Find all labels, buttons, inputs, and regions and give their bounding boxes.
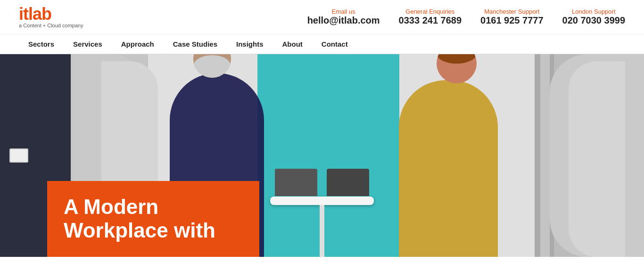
nav-item-case-studies[interactable]: Case Studies [164, 34, 227, 54]
table-leg [320, 205, 324, 257]
hero-headline-line2: Workplace with [64, 219, 215, 242]
hero-text-box: A Modern Workplace with [47, 181, 259, 257]
logo-tagline: a Content + Cloud company [19, 23, 83, 28]
wall-outlet [9, 148, 28, 163]
nav-item-approach[interactable]: Approach [112, 34, 164, 54]
general-enquiries-label: General Enquiries [405, 8, 454, 15]
nav-item-sectors[interactable]: Sectors [19, 34, 64, 54]
hero-headline-line1: A Modern [64, 195, 158, 218]
email-value: hello@itlab.com [307, 15, 380, 26]
logo-text: itlab [19, 6, 83, 23]
site-header: itlab a Content + Cloud company Email us… [0, 0, 644, 34]
nav-item-services[interactable]: Services [64, 34, 112, 54]
nav-item-insights[interactable]: Insights [227, 34, 273, 54]
hero-section: A Modern Workplace with [0, 54, 644, 257]
logo[interactable]: itlab a Content + Cloud company [19, 6, 83, 28]
manchester-support-label: Manchester Support [484, 8, 539, 15]
person-left-head [193, 54, 231, 78]
contact-area: Email us hello@itlab.com General Enquiri… [307, 8, 625, 26]
meeting-table [270, 197, 374, 205]
laptop-right [327, 169, 369, 196]
london-support-label: London Support [572, 8, 616, 15]
nav-item-about[interactable]: About [273, 34, 312, 54]
nav-item-contact[interactable]: Contact [312, 34, 357, 54]
manchester-support-contact[interactable]: Manchester Support 0161 925 7777 [480, 8, 543, 26]
email-contact[interactable]: Email us hello@itlab.com [307, 8, 380, 26]
general-enquiries-value: 0333 241 7689 [399, 15, 462, 26]
hero-headline: A Modern Workplace with [64, 195, 243, 243]
manchester-support-value: 0161 925 7777 [480, 15, 543, 26]
general-enquiries-contact[interactable]: General Enquiries 0333 241 7689 [399, 8, 462, 26]
person-right-body [399, 80, 498, 257]
email-label: Email us [332, 8, 355, 15]
london-support-contact[interactable]: London Support 020 7030 3999 [562, 8, 625, 26]
london-support-value: 020 7030 3999 [562, 15, 625, 26]
pod-chair-right-inner [569, 61, 625, 257]
room-divider [540, 54, 550, 257]
main-nav: Sectors Services Approach Case Studies I… [0, 34, 644, 54]
laptop-left [275, 169, 317, 196]
